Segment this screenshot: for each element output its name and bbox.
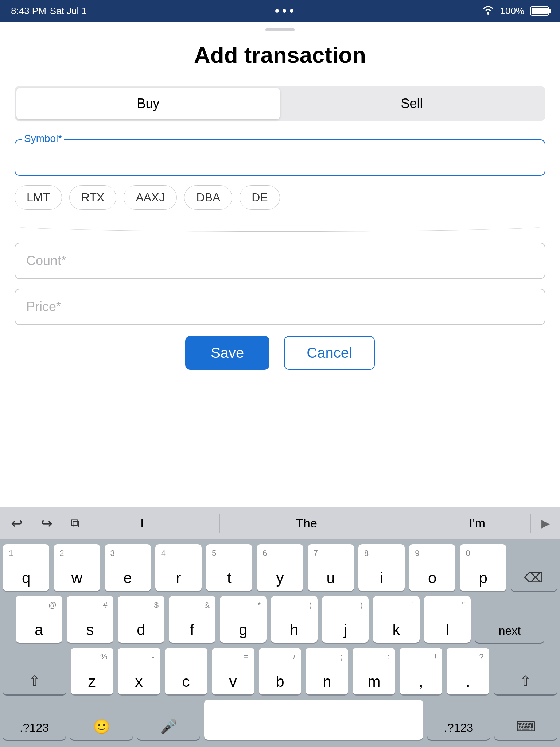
key-l[interactable]: "l (424, 596, 471, 643)
buy-sell-toggle: Buy Sell (15, 86, 545, 121)
status-bar-left: 8:43 PM Sat Jul 1 (11, 5, 87, 17)
key-n[interactable]: ;n (306, 648, 348, 694)
keyboard-area: ↩ ↪ ⧉ I The I'm ▶ 1q 2w 3e 4r 5t 6y 7u 8… (0, 507, 560, 747)
status-bar-right: 100% (482, 5, 549, 18)
key-row-3: ⇧ %z -x +c =v /b ;n :m !, ?. ⇧ (3, 648, 557, 694)
main-content: Add transaction Buy Sell Symbol* LMT RTX… (0, 28, 560, 370)
key-f[interactable]: &f (169, 596, 215, 643)
wifi-icon (482, 5, 494, 18)
shift-left-key[interactable]: ⇧ (3, 648, 66, 694)
autocomplete-words: I The I'm (95, 511, 530, 535)
count-field-wrapper (15, 243, 545, 279)
numbers-left-key[interactable]: .?123 (3, 700, 66, 740)
symbol-label: Symbol* (22, 133, 64, 144)
key-x[interactable]: -x (118, 648, 160, 694)
key-u[interactable]: 7u (308, 544, 354, 591)
autocomplete-word2[interactable]: The (281, 511, 332, 535)
buy-button[interactable]: Buy (16, 88, 280, 119)
svg-point-0 (487, 12, 489, 15)
keyboard-dismiss-key[interactable]: ⌨ (494, 700, 557, 740)
key-c[interactable]: +c (165, 648, 207, 694)
next-key[interactable]: next (475, 596, 544, 643)
key-period[interactable]: ?. (447, 648, 489, 694)
chip-dba[interactable]: DBA (184, 185, 232, 210)
keyboard-rows: 1q 2w 3e 4r 5t 6y 7u 8i 9o 0p ⌫ @a #s $d… (0, 540, 560, 694)
key-row-2: @a #s $d &f *g (h )j 'k "l next (3, 596, 557, 643)
key-s[interactable]: #s (67, 596, 113, 643)
divider-mid1 (219, 514, 220, 533)
count-input[interactable] (15, 243, 545, 279)
autocomplete-expand-icon[interactable]: ▶ (541, 517, 550, 530)
emoji-key[interactable]: 🙂 (70, 700, 133, 740)
autocomplete-bar: ↩ ↪ ⧉ I The I'm ▶ (0, 507, 560, 540)
autocomplete-word1[interactable]: I (126, 511, 158, 535)
dot1 (275, 9, 279, 13)
key-m[interactable]: :m (353, 648, 395, 694)
save-button[interactable]: Save (185, 336, 269, 370)
delete-key[interactable]: ⌫ (511, 544, 557, 591)
page-title: Add transaction (15, 42, 545, 68)
paste-icon[interactable]: ⧉ (71, 516, 79, 531)
chip-rtx[interactable]: RTX (69, 185, 116, 210)
undo-icon[interactable]: ↩ (11, 515, 23, 531)
price-field-wrapper (15, 289, 545, 325)
chip-lmt[interactable]: LMT (15, 185, 62, 210)
autocomplete-tools: ↩ ↪ ⧉ (0, 515, 95, 531)
key-j[interactable]: )j (322, 596, 369, 643)
time: 8:43 PM (11, 5, 46, 17)
key-t[interactable]: 5t (206, 544, 252, 591)
status-bar: 8:43 PM Sat Jul 1 100% (0, 0, 560, 22)
shift-right-key[interactable]: ⇧ (494, 648, 557, 694)
key-row-1: 1q 2w 3e 4r 5t 6y 7u 8i 9o 0p ⌫ (3, 544, 557, 591)
price-input[interactable] (15, 289, 545, 325)
symbol-input[interactable] (15, 139, 545, 176)
symbol-field-wrapper: Symbol* (15, 139, 545, 176)
cancel-button[interactable]: Cancel (284, 336, 375, 370)
key-z[interactable]: %z (71, 648, 113, 694)
space-key[interactable] (204, 700, 423, 740)
key-a[interactable]: @a (16, 596, 62, 643)
key-b[interactable]: /b (259, 648, 302, 694)
dot2 (283, 9, 286, 13)
battery-percentage: 100% (500, 5, 525, 17)
redo-icon[interactable]: ↪ (41, 515, 52, 531)
battery-icon (530, 6, 549, 16)
numbers-right-key[interactable]: .?123 (427, 700, 490, 740)
key-q[interactable]: 1q (3, 544, 49, 591)
dot3 (290, 9, 293, 13)
key-r[interactable]: 4r (155, 544, 202, 591)
sell-button[interactable]: Sell (280, 88, 544, 119)
chip-de[interactable]: DE (240, 185, 280, 210)
mic-key[interactable]: 🎤 (137, 700, 200, 740)
divider-mid2 (393, 514, 393, 533)
key-i[interactable]: 8i (358, 544, 405, 591)
date: Sat Jul 1 (50, 5, 87, 17)
key-o[interactable]: 9o (409, 544, 455, 591)
key-v[interactable]: =v (212, 648, 254, 694)
drag-handle[interactable] (265, 28, 295, 31)
key-e[interactable]: 3e (105, 544, 151, 591)
chip-aaxj[interactable]: AAXJ (124, 185, 177, 210)
key-y[interactable]: 6y (257, 544, 303, 591)
key-p[interactable]: 0p (460, 544, 506, 591)
key-k[interactable]: 'k (373, 596, 420, 643)
keyboard-bottom: .?123 🙂 🎤 .?123 ⌨ (0, 700, 560, 747)
key-d[interactable]: $d (118, 596, 164, 643)
autocomplete-word3[interactable]: I'm (455, 511, 500, 535)
key-comma[interactable]: !, (400, 648, 442, 694)
chips-container: LMT RTX AAXJ DBA DE (15, 185, 545, 210)
key-w[interactable]: 2w (54, 544, 100, 591)
key-h[interactable]: (h (271, 596, 318, 643)
key-g[interactable]: *g (220, 596, 267, 643)
status-bar-center (275, 9, 293, 13)
curve-divider (15, 221, 545, 232)
form-buttons: Save Cancel (15, 336, 545, 370)
